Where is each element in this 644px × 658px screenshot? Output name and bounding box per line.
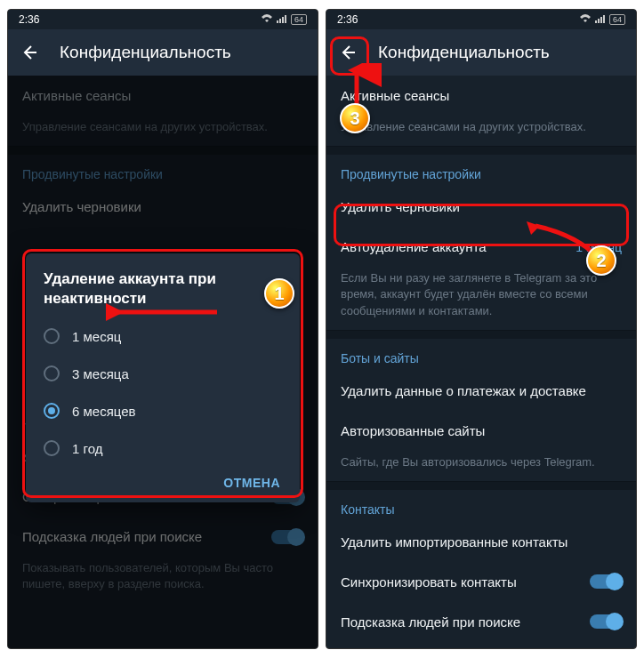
- delete-imported-row[interactable]: Удалить импортированные контакты: [326, 522, 636, 562]
- radio-label: 6 месяцев: [72, 404, 136, 419]
- status-time: 2:36: [337, 13, 358, 26]
- sessions-desc: Управление сеансами на других устройства…: [326, 116, 636, 146]
- wifi-icon: [261, 13, 273, 27]
- dialog-cancel-button[interactable]: ОТМЕНА: [33, 467, 293, 495]
- sync-contacts-row[interactable]: Синхронизировать контакты: [326, 562, 636, 602]
- status-time: 2:36: [19, 13, 39, 26]
- suggest-desc: Показывать пользователей, которым Вы час…: [326, 642, 636, 648]
- toggle-icon[interactable]: [590, 614, 622, 629]
- radio-label: 1 месяц: [72, 329, 121, 344]
- svg-rect-2: [282, 17, 284, 23]
- suggest-people-label: Подсказка людей при поиске: [341, 614, 520, 630]
- battery-icon: 64: [609, 14, 625, 25]
- toggle-icon[interactable]: [590, 574, 622, 589]
- radio-icon: [44, 403, 60, 419]
- radio-icon: [44, 365, 60, 381]
- dialog-title: Удаление аккаунта при неактивности: [33, 269, 293, 317]
- phone-left: 2:36 64 Конфиденциальность Активные сеан…: [7, 9, 318, 649]
- radio-icon: [44, 440, 60, 456]
- page-title: Конфиденциальность: [60, 43, 231, 62]
- divider: [326, 146, 636, 155]
- wifi-icon: [579, 13, 592, 27]
- delete-drafts-row[interactable]: Удалить черновики: [326, 187, 636, 227]
- annotation-badge-1: 1: [264, 278, 294, 309]
- sites-desc: Сайты, где Вы авторизовались через Teleg…: [326, 451, 636, 481]
- radio-icon: [44, 328, 60, 344]
- svg-rect-8: [600, 17, 602, 23]
- header: Конфиденциальность: [326, 29, 636, 76]
- svg-rect-9: [603, 15, 605, 23]
- radio-option-0[interactable]: 1 месяц: [33, 317, 293, 355]
- section-advanced: Продвинутые настройки: [326, 155, 636, 187]
- back-icon[interactable]: [20, 44, 38, 61]
- sync-contacts-label: Синхронизировать контакты: [341, 574, 517, 590]
- section-contacts: Контакты: [326, 490, 636, 522]
- svg-rect-3: [285, 15, 286, 23]
- suggest-people-row[interactable]: Подсказка людей при поиске: [326, 602, 636, 642]
- divider: [326, 330, 636, 339]
- svg-rect-0: [277, 20, 278, 23]
- svg-rect-6: [595, 20, 597, 23]
- radio-option-3[interactable]: 1 год: [33, 429, 293, 467]
- back-icon[interactable]: [339, 44, 357, 61]
- annotation-badge-3: 3: [340, 103, 370, 133]
- signal-icon: [277, 13, 287, 26]
- autodelete-desc: Если Вы ни разу не заглянете в Telegram …: [326, 267, 636, 330]
- radio-option-1[interactable]: 3 месяца: [33, 355, 293, 392]
- auth-sites-row[interactable]: Авторизованные сайты: [326, 411, 636, 451]
- status-bar: 2:36 64: [8, 10, 318, 29]
- svg-rect-1: [279, 19, 281, 23]
- radio-label: 1 год: [72, 441, 102, 456]
- header: Конфиденциальность: [8, 29, 318, 76]
- radio-label: 3 месяца: [72, 366, 129, 381]
- content-left: Активные сеансы Управление сеансами на д…: [8, 76, 318, 648]
- autodelete-label: Автоудаление аккаунта: [341, 239, 487, 254]
- divider: [326, 481, 636, 490]
- content-right: Активные сеансы Управление сеансами на д…: [326, 76, 636, 648]
- delete-account-dialog: Удаление аккаунта при неактивности 1 мес…: [26, 253, 300, 502]
- radio-option-2[interactable]: 6 месяцев: [33, 392, 293, 429]
- active-sessions-row[interactable]: Активные сеансы: [326, 76, 636, 116]
- page-title: Конфиденциальность: [378, 43, 550, 62]
- delete-payment-row[interactable]: Удалить данные о платежах и доставке: [326, 371, 636, 411]
- annotation-badge-2: 2: [586, 245, 616, 276]
- status-bar: 2:36 64: [326, 10, 636, 29]
- battery-icon: 64: [291, 14, 307, 25]
- svg-rect-7: [598, 19, 600, 23]
- signal-icon: [595, 13, 606, 26]
- phone-right: 2:36 64 Конфиденциальность Активные сеан…: [326, 9, 637, 649]
- section-bots: Боты и сайты: [326, 339, 636, 371]
